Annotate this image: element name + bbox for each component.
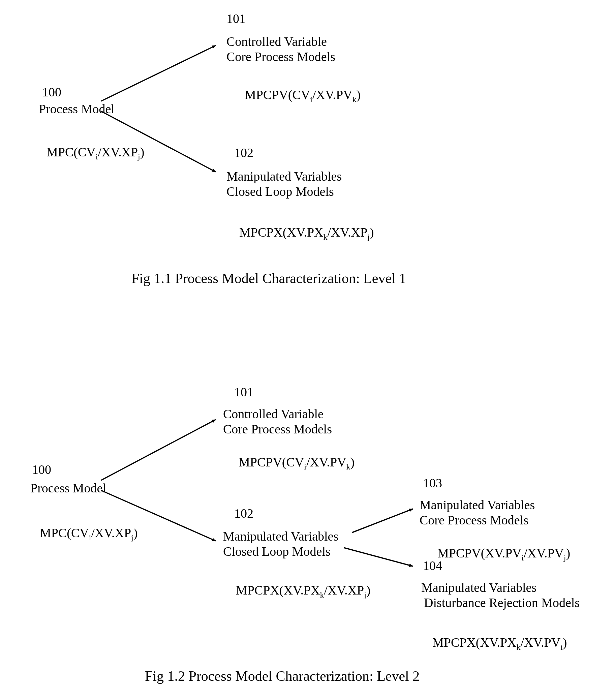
fig2-node-101-number: 101 [234,384,253,400]
fig2-node-102-formula: MPCPX(XV.PXk/XV.XPj) [223,566,371,616]
diagram-canvas: 100 Process Model MPC(CVi/XV.XPj) 101 Co… [0,0,614,700]
fig2-node-104-number: 104 [423,558,442,574]
fig2-node-100-formula: MPC(CVi/XV.XPj) [27,509,138,559]
node-102-line2: Closed Loop Models [226,184,334,200]
fig2-node-104-formula: MPCPX(XV.PXk/XV.PVi) [419,618,567,668]
node-101-formula: MPCPV(CVi/XV.PVk) [232,71,361,120]
node-100-number: 100 [42,84,61,100]
svg-line-6 [344,548,413,566]
node-100-title: Process Model [39,101,115,117]
fig2-caption: Fig 1.2 Process Model Characterization: … [145,667,419,685]
fig2-node-103-number: 103 [423,475,442,491]
node-102-line1: Manipulated Variables [226,168,342,185]
fig2-node-103-line2: Core Process Models [419,512,528,528]
fig2-node-102-number: 102 [234,505,253,522]
node-102-number: 102 [234,145,253,161]
fig2-node-103-line1: Manipulated Variables [419,497,535,513]
node-101-number: 101 [226,11,246,27]
fig2-node-100-number: 100 [32,462,51,478]
node-101-line1: Controlled Variable [226,34,327,50]
svg-line-3 [101,420,216,480]
node-101-line2: Core Process Models [226,49,335,65]
node-102-formula: MPCPX(XV.PXk/XV.XPj) [226,208,374,258]
fig2-node-100-title: Process Model [30,480,106,497]
fig2-node-102-line2: Closed Loop Models [223,543,330,560]
fig2-node-102-line1: Manipulated Variables [223,528,338,545]
fig2-node-101-formula: MPCPV(CVi/XV.PVk) [226,438,354,488]
svg-line-5 [352,509,413,533]
fig2-node-104-line1: Manipulated Variables [421,580,537,596]
fig2-node-103-formula: MPCPV(XV.PVi/XV.PVj) [425,529,570,579]
fig2-node-101-line1: Controlled Variable [223,406,324,422]
fig1-caption: Fig 1.1 Process Model Characterization: … [131,270,406,287]
svg-line-1 [101,46,216,101]
node-100-formula: MPC(CVi/XV.XPj) [34,128,144,178]
fig2-node-101-line2: Core Process Models [223,421,332,437]
fig2-node-104-line2: Disturbance Rejection Models [424,595,580,611]
